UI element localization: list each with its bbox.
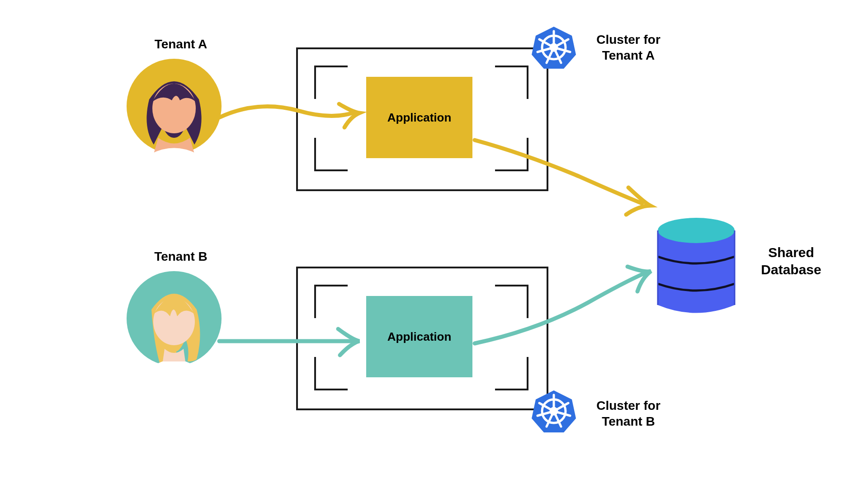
cluster-a-label: Cluster for Tenant A <box>583 32 674 63</box>
application-b-box: Application <box>366 296 472 377</box>
user-avatar-icon <box>127 271 222 366</box>
bracket <box>495 66 528 99</box>
tenant-a-avatar <box>127 59 222 154</box>
arrow-tenant-b-to-app <box>217 316 366 371</box>
tenant-b-label: Tenant B <box>136 249 226 264</box>
arrow-tenant-a-to-app <box>217 90 366 145</box>
tenant-a-label: Tenant A <box>136 36 226 52</box>
arrow-app-b-to-db <box>470 253 660 361</box>
arrow-app-a-to-db <box>470 127 660 226</box>
application-a-box: Application <box>366 77 472 158</box>
bracket <box>314 285 348 318</box>
database-icon <box>651 208 741 321</box>
bracket <box>495 357 528 390</box>
tenant-b-avatar <box>127 271 222 366</box>
application-a-label: Application <box>387 111 452 125</box>
kubernetes-icon <box>531 389 576 434</box>
kubernetes-icon <box>531 25 576 70</box>
database-label: Shared Database <box>750 244 832 278</box>
application-b-label: Application <box>387 330 452 344</box>
svg-point-24 <box>658 218 735 243</box>
cluster-b-label: Cluster for Tenant B <box>583 398 674 429</box>
user-avatar-icon <box>127 59 222 154</box>
